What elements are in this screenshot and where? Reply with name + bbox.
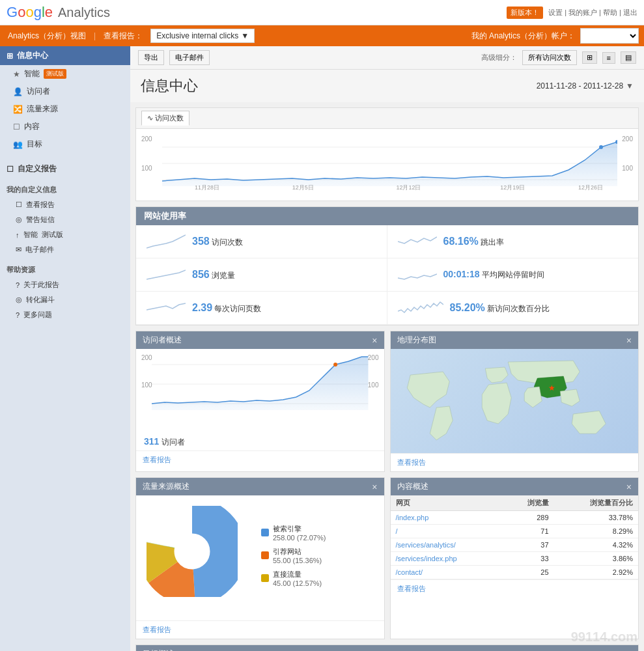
- sidebar-sub-email[interactable]: ✉ 电子邮件: [0, 242, 130, 257]
- optimize-label: 转化漏斗: [26, 295, 55, 305]
- sidebar-sub-my-reports[interactable]: ☐ 查看报告: [0, 197, 130, 212]
- geo-view-report[interactable]: 查看报告: [397, 458, 426, 466]
- pie-chart-svg: [147, 506, 238, 597]
- traffic-view-report[interactable]: 查看报告: [143, 626, 171, 633]
- custom-reports-section: ☐ 自定义报告: [0, 158, 130, 177]
- sidebar-item-goals[interactable]: 👥 目标: [0, 135, 130, 153]
- watermark: 99114.com: [571, 630, 637, 644]
- page-title-bar: 信息中心 2011-11-28 - 2011-12-28 ▼: [130, 70, 644, 102]
- content-overview-title: 内容概述: [397, 481, 428, 492]
- sparkline-visits: [147, 232, 186, 251]
- chart-tab-visits[interactable]: ∿ 访问次数: [141, 111, 189, 126]
- export-button[interactable]: 导出: [138, 50, 164, 65]
- panels-row-2: 流量来源概述 ×: [135, 477, 639, 639]
- legend-search-dot: [261, 529, 269, 536]
- sidebar-item-smart[interactable]: ★ 智能 测试版: [0, 65, 130, 83]
- nav-dropdown[interactable]: Exclusive internal clicks ▼: [150, 29, 255, 43]
- stats-section: 网站使用率 358 访问次数 68.: [135, 206, 639, 326]
- col-page: 网页: [391, 495, 504, 511]
- account-select[interactable]: [580, 28, 639, 44]
- visitor-panel-close-icon[interactable]: ×: [372, 335, 377, 346]
- new-version-badge[interactable]: 新版本！: [507, 7, 543, 19]
- sidebar-item-traffic[interactable]: 🔀 流量来源: [0, 100, 130, 118]
- date-range[interactable]: 2011-11-28 - 2011-12-28 ▼: [537, 81, 634, 90]
- sidebar-sub-alert[interactable]: ◎ 警告短信: [0, 212, 130, 227]
- view-btn-grid[interactable]: ⊞: [582, 51, 597, 64]
- stat-visits-label: 访问次数: [212, 238, 243, 247]
- traffic-panel-close-icon[interactable]: ×: [372, 482, 377, 492]
- alert-icon: ◎: [16, 215, 22, 224]
- sidebar-sub-optimize[interactable]: ◎ 转化漏斗: [0, 292, 130, 307]
- sidebar-sub-intelligence[interactable]: ↑ 智能 测试版: [0, 227, 130, 242]
- stat-pageviews-value: 856: [192, 269, 210, 280]
- date-dropdown-icon: ▼: [626, 81, 634, 90]
- goals-label: 目标: [27, 139, 42, 150]
- geo-title: 地理分布图: [397, 335, 436, 346]
- table-row: /services/index.php 33 3.86%: [391, 552, 639, 566]
- goal-overview-title: 目标概述: [143, 648, 174, 651]
- table-row: /services/analytics/ 37 4.32%: [391, 538, 639, 552]
- sidebar-sub-more-help[interactable]: ? 更多问题: [0, 307, 130, 322]
- header-links[interactable]: 设置 | 我的账户 | 帮助 | 退出: [548, 8, 637, 18]
- legend-direct-label: 直接流量: [273, 570, 322, 579]
- legend-direct-value: 45.00 (12.57%): [273, 579, 322, 587]
- panel-geo-map: 地理分布图 ×: [390, 331, 639, 472]
- visitor-label: 访问者: [27, 86, 50, 97]
- stats-grid: 358 访问次数 68.16% 跳出率: [136, 225, 638, 325]
- stat-pageviews-label: 浏览量: [212, 271, 235, 280]
- svg-text:★: ★: [548, 383, 555, 393]
- visitor-count-display: 311 访问者: [136, 434, 384, 450]
- legend-referral-value: 55.00 (15.36%): [273, 557, 322, 564]
- traffic-icon: 🔀: [13, 105, 23, 114]
- panel-visitor-overview: 访问者概述 × 200 100 200 100: [135, 331, 385, 472]
- content-panel-close-icon[interactable]: ×: [626, 482, 632, 492]
- page-title: 信息中心: [141, 76, 198, 96]
- view-btn-list[interactable]: ≡: [602, 52, 615, 64]
- legend-direct: 直接流量 45.00 (12.57%): [261, 570, 326, 587]
- cell-views: 289: [503, 511, 553, 525]
- about-report-label: 关于此报告: [23, 280, 59, 290]
- sidebar-item-content[interactable]: ☐ 内容: [0, 118, 130, 135]
- more-help-label: 更多问题: [23, 310, 52, 320]
- panel-content-overview: 内容概述 × 网页 浏览量 浏览量百分比 /ind: [390, 477, 639, 639]
- content-view-report[interactable]: 查看报告: [397, 585, 426, 592]
- logo: Google Analytics: [7, 4, 110, 21]
- all-visitors-button[interactable]: 所有访问次数: [522, 50, 577, 65]
- y-axis-mid-right: 100: [622, 165, 633, 172]
- main-chart-svg: 11月28日 12月5日 12月12日 12月19日 12月26日: [162, 134, 617, 193]
- alert-label: 警告短信: [26, 215, 55, 225]
- chart-icon: ∿: [147, 114, 153, 122]
- panel-goal-overview: 目标概述 × 6 3: [135, 644, 639, 651]
- sidebar-header-info-center[interactable]: ⊞ 信息中心: [0, 46, 130, 65]
- sidebar-sub-about-report[interactable]: ? 关于此报告: [0, 277, 130, 292]
- date-range-text: 2011-11-28 - 2011-12-28: [537, 81, 623, 90]
- visitor-chart-svg: [152, 352, 369, 423]
- panel-visitor-header: 访问者概述 ×: [136, 331, 384, 349]
- content-icon: ☐: [13, 122, 20, 132]
- stat-bounce: 68.16% 跳出率: [387, 225, 639, 258]
- stat-new-label: 新访问次数百分比: [487, 304, 550, 313]
- goal-panel-close-icon[interactable]: ×: [626, 649, 632, 652]
- chart-tab-visits-label: 访问次数: [155, 114, 184, 122]
- nav-view-report[interactable]: 查看报告：: [101, 29, 145, 43]
- chart-tab-bar: ∿ 访问次数: [136, 108, 638, 129]
- more-help-icon: ?: [16, 311, 20, 319]
- stat-new-visits: 85.20% 新访问次数百分比: [387, 292, 639, 325]
- visitor-view-report[interactable]: 查看报告: [143, 456, 171, 464]
- view-btn-table[interactable]: ▤: [621, 51, 636, 64]
- nav-dropdown-value: Exclusive internal clicks: [156, 31, 238, 40]
- nav-analytics[interactable]: Analytics（分析）视图: [5, 29, 89, 43]
- cell-views: 37: [503, 538, 553, 552]
- chevron-down-icon: ▼: [241, 31, 249, 40]
- intelligence-icon: ↑: [16, 231, 20, 239]
- my-analytics-label: 我的 Analytics（分析）帐户：: [471, 31, 575, 42]
- cell-page: /services/index.php: [391, 552, 504, 566]
- traffic-label: 流量来源: [27, 104, 58, 115]
- svg-point-19: [179, 538, 205, 564]
- intelligence-label: 智能: [23, 230, 38, 240]
- geo-panel-close-icon[interactable]: ×: [626, 335, 632, 346]
- cell-pct: 8.29%: [554, 525, 638, 538]
- sidebar-item-visitor[interactable]: 👤 访问者: [0, 83, 130, 100]
- email-button[interactable]: 电子邮件: [169, 50, 210, 65]
- cell-pct: 2.92%: [554, 566, 638, 579]
